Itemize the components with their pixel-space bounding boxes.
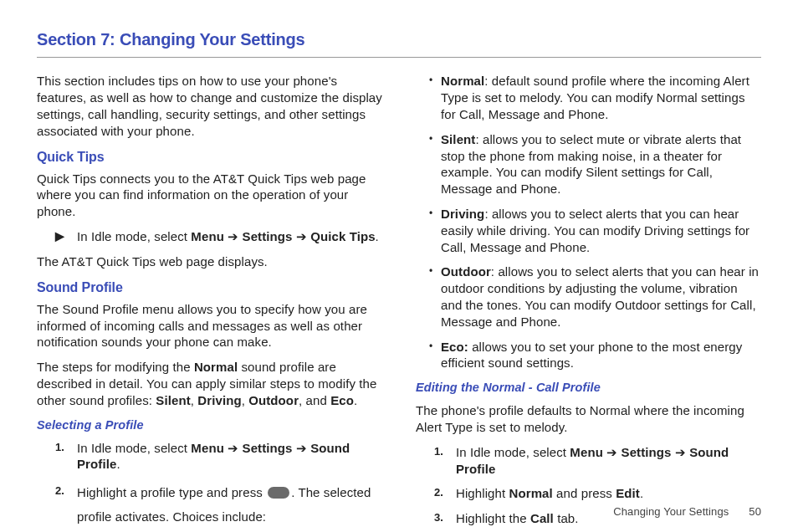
footer-label: Changing Your Settings [613, 504, 729, 519]
bullet-normal: • Normal: default sound profile where th… [429, 73, 761, 122]
quick-tips-step-text: In Idle mode, select Menu ➔ Settings ➔ Q… [77, 228, 379, 245]
sound-profile-p1: The Sound Profile menu allows you to spe… [37, 301, 382, 350]
edit-step-1-text: In Idle mode, select Menu ➔ Settings ➔ S… [456, 444, 761, 478]
step-number: 2. [55, 481, 77, 529]
select-step-1-text: In Idle mode, select Menu ➔ Settings ➔ S… [77, 440, 382, 473]
quick-tips-step: ▶ In Idle mode, select Menu ➔ Settings ➔… [37, 228, 382, 245]
bullet-icon: • [429, 131, 441, 197]
select-step-2-text: Highlight a profile type and press . The… [77, 481, 382, 529]
bullet-silent: • Silent: allows you to select mute or v… [429, 131, 761, 197]
sound-profile-p2: The steps for modifying the Normal sound… [37, 359, 382, 408]
section-title: Section 7: Changing Your Settings [37, 28, 761, 50]
left-column: This section includes tips on how to use… [37, 73, 382, 532]
step-number: 1. [55, 440, 77, 473]
bullet-icon: • [429, 206, 441, 255]
select-step-2: 2. Highlight a profile type and press . … [37, 481, 382, 529]
ok-key-icon [268, 487, 289, 499]
step-number: 1. [434, 444, 456, 478]
edit-step-3-text: Highlight the Call tab. [456, 510, 579, 527]
play-arrow-icon: ▶ [55, 228, 77, 245]
bullet-icon: • [429, 73, 441, 122]
intro-paragraph: This section includes tips on how to use… [37, 73, 382, 139]
edit-step-2: 2. Highlight Normal and press Edit. [416, 485, 761, 502]
bullet-outdoor: • Outdoor: allows you to select alerts t… [429, 263, 761, 330]
quick-tips-p2: The AT&T Quick Tips web page displays. [37, 253, 382, 270]
page-footer: Changing Your Settings 50 [613, 504, 761, 519]
edit-step-2-text: Highlight Normal and press Edit. [456, 485, 643, 502]
quick-tips-p1: Quick Tips connects you to the AT&T Quic… [37, 171, 382, 220]
page-number: 50 [749, 504, 761, 519]
edit-step-1: 1. In Idle mode, select Menu ➔ Settings … [416, 444, 761, 478]
sound-profile-heading: Sound Profile [37, 279, 382, 296]
right-column: • Normal: default sound profile where th… [416, 73, 761, 532]
title-rule [37, 57, 761, 58]
step-number: 2. [434, 485, 456, 502]
select-step-1: 1. In Idle mode, select Menu ➔ Settings … [37, 440, 382, 473]
editing-normal-p1: The phone's profile defaults to Normal w… [416, 402, 761, 436]
bullet-driving: • Driving: allows you to select alerts t… [429, 206, 761, 255]
bullet-eco: • Eco: allows you to set your phone to t… [429, 339, 761, 372]
selecting-profile-heading: Selecting a Profile [37, 417, 382, 433]
quick-tips-heading: Quick Tips [37, 148, 382, 166]
bullet-icon: • [429, 263, 441, 330]
editing-normal-heading: Editing the Normal - Call Profile [416, 380, 761, 396]
step-number: 3. [434, 510, 456, 527]
bullet-icon: • [429, 339, 441, 372]
